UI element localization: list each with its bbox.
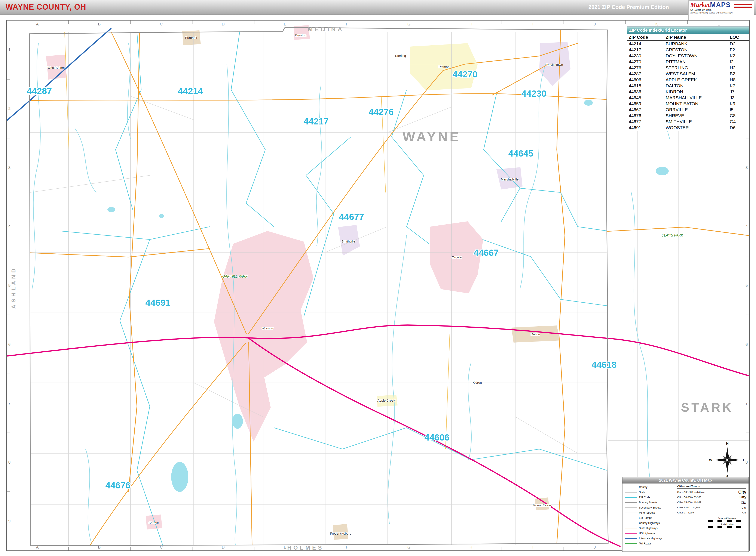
- page: { "header": { "title": "WAYNE COUNTY, OH…: [0, 0, 756, 556]
- legend-city-sample: ·City: [741, 506, 746, 509]
- zip-code-cell: 44618: [627, 83, 664, 89]
- zip-code-cell: 44270: [627, 59, 664, 65]
- loc-cell: H8: [728, 77, 749, 83]
- legend-road-label: Secondary Streets: [639, 506, 661, 509]
- loc-cell: F2: [728, 47, 749, 53]
- zip-index-row: 44217CRESTONF2: [627, 47, 749, 53]
- town-label: Orrville: [452, 255, 462, 259]
- town-label: Shreve: [149, 521, 159, 525]
- loc-cell: G4: [728, 119, 749, 125]
- legend-city-label: Cities 1 - 4,999: [677, 511, 694, 514]
- zip-name-cell: CRESTON: [664, 47, 728, 53]
- zip-region-fills: [46, 25, 570, 540]
- grid-letter: K: [655, 22, 658, 26]
- town-label: Mount Eaton: [533, 503, 551, 507]
- col-zip-code: ZIP Code: [627, 34, 664, 41]
- zip-name-cell: WOOSTER: [664, 125, 728, 131]
- zip-index-row: 44276STERLINGH2: [627, 65, 749, 71]
- grid-letter: I: [532, 22, 533, 26]
- park-label: CLAY'S PARK: [661, 234, 683, 237]
- zip-code-cell: 44659: [627, 101, 664, 107]
- grid-number: 1: [8, 47, 11, 52]
- grid-number: 9: [8, 519, 11, 523]
- zip-name-cell: SHREVE: [664, 113, 728, 119]
- legend-road-items: CountyStateZIP CodePrimary StreetsSecond…: [625, 485, 674, 546]
- zip-index-row: 44691WOOSTERD6: [627, 125, 749, 131]
- zip-name-cell: WEST SALEM: [664, 71, 728, 77]
- county-labels: MEDINAWAYNESTARKHOLMESASHLAND: [10, 26, 733, 551]
- legend-road-label: Ext Ramps: [639, 516, 652, 519]
- loc-cell: B2: [728, 71, 749, 77]
- county-label-wayne: WAYNE: [402, 129, 461, 144]
- grid-letter: J: [594, 545, 596, 549]
- legend-city-sample: ·City: [742, 511, 746, 514]
- compass-rose: NESW: [709, 442, 745, 479]
- grid-letter: A: [36, 22, 39, 26]
- legend-road-row: Ext Ramps: [625, 516, 674, 520]
- loc-cell: H2: [728, 65, 749, 71]
- zip-index-table: ZIP Code ZIP Name LOC 44214BURBANKD24421…: [627, 34, 749, 131]
- zip-code-index-panel: ZIP Code Index/Grid Locator ZIP Code ZIP…: [627, 27, 749, 131]
- zip-index-row: 44230DOYLESTOWNK2: [627, 53, 749, 59]
- logo-tagline: On Target. On Time.: [690, 8, 752, 11]
- zip-code-cell: 44636: [627, 89, 664, 95]
- zip-code-cell: 44217: [627, 47, 664, 53]
- legend-road-label: State Highways: [639, 527, 658, 530]
- legend-line-sample: [625, 492, 637, 492]
- compass-letter: E: [743, 458, 745, 462]
- zip-code-cell: 44667: [627, 107, 664, 113]
- town-label: Kidron: [472, 381, 482, 384]
- county-label-stark: STARK: [681, 400, 733, 414]
- zip-label-44287: 44287: [27, 86, 52, 96]
- loc-cell: K2: [728, 53, 749, 59]
- compass-letter: N: [726, 442, 729, 445]
- grid-number: 8: [8, 460, 11, 464]
- legend-line-sample: [625, 508, 637, 508]
- legend-city-label: Cities 50,000 - 99,999: [677, 496, 701, 498]
- zip-label-44217: 44217: [304, 116, 329, 127]
- zip-name-cell: DOYLESTOWN: [664, 53, 728, 59]
- grid-number: 4: [746, 224, 748, 229]
- grid-letter: H: [469, 545, 472, 549]
- zip-code-cell: 44676: [627, 113, 664, 119]
- legend-road-row: Primary Streets: [625, 500, 674, 505]
- grid-number: 5: [746, 283, 748, 288]
- legend-city-sample: City: [739, 495, 746, 499]
- logo-contact-line: [734, 6, 752, 6]
- legend-city-row: Cities 50,000 - 99,999City: [677, 495, 746, 500]
- zip-label-44270: 44270: [453, 69, 478, 79]
- grid-letter: D: [222, 545, 225, 549]
- legend-road-label: Interstate Highways: [639, 537, 662, 540]
- legend-road-label: US Highways: [639, 532, 655, 535]
- grid-letter: H: [469, 22, 472, 26]
- grid-letter: I: [532, 545, 533, 549]
- col-zip-name: ZIP Name: [664, 34, 728, 41]
- town-label: Marshallville: [501, 177, 519, 181]
- grid-letter: B: [98, 545, 101, 549]
- zip-name-cell: DALTON: [664, 83, 728, 89]
- zip-index-row: 44606APPLE CREEKH8: [627, 77, 749, 83]
- loc-cell: J3: [728, 95, 749, 101]
- town-label: Apple Creek: [377, 398, 395, 402]
- legend-line-sample: [625, 533, 637, 533]
- zip-label-44691: 44691: [145, 298, 170, 308]
- zip-index-row: 44645MARSHALLVILLEJ3: [627, 95, 749, 101]
- zip-name-cell: STERLING: [664, 65, 728, 71]
- scale-bar-km: [708, 520, 746, 522]
- zip-index-row: 44214BURBANKD2: [627, 41, 749, 47]
- grid-letter: B: [98, 22, 101, 26]
- zip-label-44645: 44645: [508, 148, 533, 159]
- legend-road-row: County: [625, 485, 674, 489]
- zip-boundaries: [60, 32, 607, 545]
- legend-road-label: Toll Roads: [639, 542, 651, 545]
- grid-letter: G: [407, 545, 410, 549]
- county-boundary: [30, 27, 608, 546]
- zip-index-row: 44667ORRVILLEI5: [627, 107, 749, 113]
- legend-line-sample: [625, 538, 637, 539]
- legend-line-sample: [625, 528, 637, 528]
- zip-name-cell: MARSHALLVILLE: [664, 95, 728, 101]
- marketmaps-logo: Market MAPS On Target. On Time. America'…: [688, 0, 754, 20]
- grid-number: 2: [8, 106, 11, 111]
- legend-city-label: Cities 5,000 - 24,999: [677, 506, 700, 509]
- legend-road-row: Secondary Streets: [625, 505, 674, 510]
